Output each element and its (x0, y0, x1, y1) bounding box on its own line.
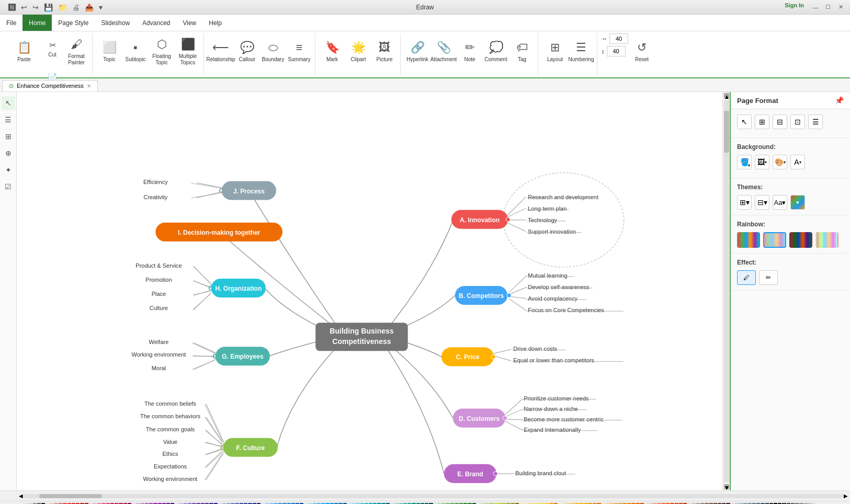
tab-close-btn[interactable]: ✕ (87, 83, 91, 89)
svg-text:Moral: Moral (152, 365, 166, 371)
svg-text:Working environment: Working environment (143, 476, 198, 482)
scroll-thumb[interactable] (724, 111, 729, 153)
width-input[interactable] (609, 33, 628, 44)
panel-crop-btn[interactable]: ⊡ (790, 114, 805, 129)
hscroll-area[interactable] (24, 494, 843, 498)
style-tool[interactable]: ✦ (2, 163, 15, 177)
theme-aa[interactable]: Aa▾ (773, 195, 787, 210)
rainbow-option-3[interactable] (789, 232, 812, 248)
maximize-btn[interactable]: ☐ (823, 2, 833, 13)
note-icon: ✏ (465, 41, 474, 54)
links-group: 🔗 Hyperlink 📎 Attachment ✏ Note 💭 Commen… (402, 33, 538, 75)
hyperlink-button[interactable]: 🔗 Hyperlink (405, 33, 430, 70)
panel-pin-icon[interactable]: 📌 (835, 96, 844, 105)
theme-grid2[interactable]: ⊟▾ (755, 195, 769, 210)
menu-view[interactable]: View (176, 15, 202, 31)
grid-tool[interactable]: ⊞ (2, 130, 15, 143)
print-btn[interactable]: 🖨 (70, 2, 82, 13)
mark-button[interactable]: 🔖 Mark (320, 33, 345, 70)
fill-icon: 🪣 (740, 158, 749, 166)
svg-line-14 (505, 419, 523, 420)
menu-advanced[interactable]: Advanced (136, 15, 176, 31)
picture-button[interactable]: 🖼 Picture (372, 33, 397, 70)
attachment-button[interactable]: 📎 Attachment (431, 33, 456, 70)
hyperlink-icon: 🔗 (411, 41, 425, 54)
format-painter-button[interactable]: 🖌 Format Painter (64, 33, 89, 70)
summary-icon: ≡ (296, 41, 303, 54)
bg-fill-btn[interactable]: 🪣 ▾ (737, 155, 752, 169)
check-tool[interactable]: ☑ (2, 180, 15, 193)
theme-color[interactable]: ▾ (790, 195, 805, 210)
close-btn[interactable]: ✕ (835, 2, 846, 13)
summary-button[interactable]: ≡ Summary (287, 33, 312, 70)
more-btn[interactable]: ▾ (97, 2, 105, 13)
relationship-button[interactable]: ⟵ Relationship (208, 33, 233, 70)
boundary-button[interactable]: ⬭ Boundary (260, 33, 286, 70)
hscroll-track[interactable]: ◀ ▶ (17, 493, 850, 499)
svg-line-5 (506, 222, 526, 232)
clipart-button[interactable]: 🌟 Clipart (346, 33, 371, 70)
panel-align-btn[interactable]: ⊟ (773, 114, 787, 129)
menu-file[interactable]: File (0, 15, 22, 31)
hscroll-left-btn[interactable]: ◀ (19, 493, 23, 499)
tag-button[interactable]: 🏷 Tag (509, 33, 535, 70)
tab-enhance-competitiveness[interactable]: ⊙ Enhance Competitiveness ✕ (2, 80, 98, 91)
pointer-tool[interactable]: ↖ (2, 96, 15, 110)
paste-button[interactable]: 📋 Paste (7, 33, 41, 70)
menu-help[interactable]: Help (202, 15, 228, 31)
rainbow-option-2[interactable] (763, 232, 786, 248)
effect-flat-btn[interactable]: 🖊 (737, 270, 756, 285)
svg-line-6 (509, 276, 527, 292)
callout-button[interactable]: 💬 Callout (234, 33, 259, 70)
bg-text-btn[interactable]: A ▾ (790, 155, 805, 169)
note-button[interactable]: ✏ Note (457, 33, 482, 70)
floating-topic-button[interactable]: ⬡ Floating Topic (149, 33, 174, 70)
hscroll-thumb[interactable] (39, 494, 102, 498)
bg-image-btn[interactable]: 🖼 ▾ (755, 155, 769, 169)
bg-color-btn[interactable]: 🎨 ▾ (773, 155, 787, 169)
hscroll-right-btn[interactable]: ▶ (844, 493, 848, 499)
sign-in-btn[interactable]: Sign In (785, 2, 804, 13)
menu-home[interactable]: Home (22, 15, 52, 31)
svg-text:A. Innovation: A. Innovation (460, 216, 500, 224)
numbering-button[interactable]: ☰ Numbering (569, 33, 594, 70)
minimize-btn[interactable]: — (810, 2, 821, 13)
connect-tool[interactable]: ⊕ (2, 146, 15, 160)
topic-button[interactable]: ⬜ Topic (97, 33, 122, 70)
layout-button[interactable]: ⊞ Layout (542, 33, 568, 70)
layout-icon: ⊞ (550, 41, 560, 54)
theme-grid1[interactable]: ⊞▾ (737, 195, 752, 210)
elements-group: ⟵ Relationship 💬 Callout ⬭ Boundary ≡ Su… (205, 33, 315, 75)
list-tool[interactable]: ☰ (2, 113, 15, 127)
rainbow-option-1[interactable] (737, 232, 760, 248)
redo-btn[interactable]: ↪ (30, 2, 41, 13)
scroll-track[interactable] (724, 100, 729, 482)
height-icon: ↕ (602, 48, 605, 54)
save-btn[interactable]: 💾 (42, 2, 55, 13)
height-input[interactable] (607, 46, 626, 56)
menu-slideshow[interactable]: Slideshow (95, 15, 136, 31)
cut-button[interactable]: ✂ Cut (42, 33, 63, 65)
canvas-area[interactable]: Building Business Competitiveness A. Inn… (17, 92, 722, 490)
comment-button[interactable]: 💭 Comment (483, 33, 508, 70)
panel-layout-btn1[interactable]: ⊞ (755, 114, 769, 129)
reset-button[interactable]: ↺ Reset (629, 33, 654, 70)
undo-btn[interactable]: ↩ (19, 2, 29, 13)
vertical-scrollbar[interactable]: ▲ ▼ (722, 92, 730, 490)
scroll-up[interactable]: ▲ (724, 93, 729, 98)
svg-point-38 (506, 217, 510, 222)
panel-header: Page Format 📌 (731, 92, 850, 109)
rainbow-option-4[interactable] (815, 232, 838, 248)
multiple-topics-button[interactable]: ⬛ Multiple Topics (175, 33, 200, 70)
effect-outline-btn[interactable]: ✏ (759, 270, 778, 285)
subtopic-button[interactable]: ▪ Subtopic (123, 33, 148, 70)
svg-text:J. Process: J. Process (233, 188, 265, 195)
dropdown-arrow4: ▾ (799, 160, 801, 165)
menu-page-style[interactable]: Page Style (52, 15, 95, 31)
panel-pointer-btn[interactable]: ↖ (737, 114, 752, 129)
open-btn[interactable]: 📁 (56, 2, 69, 13)
scroll-down[interactable]: ▼ (724, 484, 729, 489)
export-btn[interactable]: 📤 (83, 2, 96, 13)
menu-bar: File Home Page Style Slideshow Advanced … (0, 15, 850, 31)
panel-list-btn[interactable]: ☰ (808, 114, 823, 129)
